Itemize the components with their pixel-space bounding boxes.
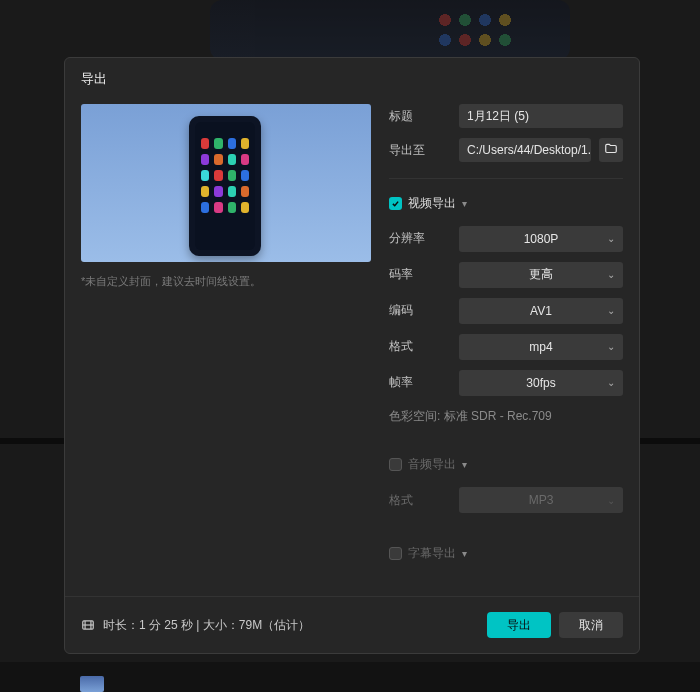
title-label: 标题 bbox=[389, 108, 451, 125]
format-value: mp4 bbox=[529, 340, 552, 354]
cover-hint-text: *未自定义封面，建议去时间线设置。 bbox=[81, 274, 371, 289]
bitrate-label: 码率 bbox=[389, 266, 451, 283]
export-path-row: 导出至 C:/Users/44/Desktop/1... bbox=[389, 138, 623, 162]
chevron-down-icon: ⌄ bbox=[607, 233, 615, 244]
dialog-body: *未自定义封面，建议去时间线设置。 标题 1月12日 (5) 导出至 C:/Us… bbox=[65, 92, 639, 596]
audio-format-row: 格式 MP3 ⌄ bbox=[389, 487, 623, 513]
resolution-label: 分辨率 bbox=[389, 230, 451, 247]
export-dialog: 导出 *未自定义封面，建议去时间线设置。 标题 1月12日 (5) 导出至 C:… bbox=[64, 57, 640, 654]
video-preview[interactable] bbox=[81, 104, 371, 262]
chevron-down-icon: ⌄ bbox=[607, 269, 615, 280]
colorspace-info: 色彩空间: 标准 SDR - Rec.709 bbox=[389, 406, 623, 425]
export-button[interactable]: 导出 bbox=[487, 612, 551, 638]
duration-label: 时长： bbox=[103, 618, 139, 632]
resolution-select[interactable]: 1080P ⌄ bbox=[459, 226, 623, 252]
footer-separator: | bbox=[193, 618, 203, 632]
chevron-down-icon: ▾ bbox=[462, 198, 467, 209]
audio-format-select: MP3 ⌄ bbox=[459, 487, 623, 513]
background-preview bbox=[210, 0, 570, 60]
export-path-label: 导出至 bbox=[389, 142, 451, 159]
title-input[interactable]: 1月12日 (5) bbox=[459, 104, 623, 128]
preview-phone-graphic bbox=[189, 116, 261, 256]
subtitle-export-section-header[interactable]: 字幕导出 ▾ bbox=[389, 541, 623, 566]
subtitle-placeholder bbox=[389, 576, 623, 596]
format-label: 格式 bbox=[389, 338, 451, 355]
size-label: 大小： bbox=[203, 618, 239, 632]
folder-icon bbox=[604, 142, 618, 159]
divider bbox=[389, 178, 623, 179]
codec-select[interactable]: AV1 ⌄ bbox=[459, 298, 623, 324]
timeline-thumbnail bbox=[80, 676, 104, 692]
fps-value: 30fps bbox=[526, 376, 555, 390]
bitrate-row: 码率 更高 ⌄ bbox=[389, 262, 623, 288]
chevron-down-icon: ⌄ bbox=[607, 305, 615, 316]
colorspace-label: 色彩空间: bbox=[389, 409, 440, 423]
settings-column: 标题 1月12日 (5) 导出至 C:/Users/44/Desktop/1..… bbox=[389, 104, 623, 596]
chevron-down-icon: ▾ bbox=[462, 459, 467, 470]
video-export-checkbox[interactable] bbox=[389, 197, 402, 210]
dialog-footer: 时长：1 分 25 秒 | 大小：79M（估计） 导出 取消 bbox=[65, 596, 639, 653]
subtitle-export-title: 字幕导出 bbox=[408, 545, 456, 562]
bitrate-select[interactable]: 更高 ⌄ bbox=[459, 262, 623, 288]
chevron-down-icon: ⌄ bbox=[607, 341, 615, 352]
audio-export-title: 音频导出 bbox=[408, 456, 456, 473]
audio-export-checkbox[interactable] bbox=[389, 458, 402, 471]
video-export-title: 视频导出 bbox=[408, 195, 456, 212]
format-select[interactable]: mp4 ⌄ bbox=[459, 334, 623, 360]
codec-label: 编码 bbox=[389, 302, 451, 319]
resolution-value: 1080P bbox=[524, 232, 559, 246]
chevron-down-icon: ⌄ bbox=[607, 495, 615, 506]
audio-format-value: MP3 bbox=[529, 493, 554, 507]
preview-column: *未自定义封面，建议去时间线设置。 bbox=[81, 104, 371, 596]
fps-row: 帧率 30fps ⌄ bbox=[389, 370, 623, 396]
audio-export-section-header[interactable]: 音频导出 ▾ bbox=[389, 452, 623, 477]
chevron-down-icon: ▾ bbox=[462, 548, 467, 559]
cancel-button[interactable]: 取消 bbox=[559, 612, 623, 638]
fps-select[interactable]: 30fps ⌄ bbox=[459, 370, 623, 396]
duration-value: 1 分 25 秒 bbox=[139, 618, 193, 632]
bitrate-value: 更高 bbox=[529, 266, 553, 283]
codec-row: 编码 AV1 ⌄ bbox=[389, 298, 623, 324]
audio-format-label: 格式 bbox=[389, 492, 451, 509]
colorspace-value: 标准 SDR - Rec.709 bbox=[444, 409, 552, 423]
resolution-row: 分辨率 1080P ⌄ bbox=[389, 226, 623, 252]
dialog-title: 导出 bbox=[65, 58, 639, 92]
chevron-down-icon: ⌄ bbox=[607, 377, 615, 388]
format-row: 格式 mp4 ⌄ bbox=[389, 334, 623, 360]
export-path-input[interactable]: C:/Users/44/Desktop/1... bbox=[459, 138, 591, 162]
fps-label: 帧率 bbox=[389, 374, 451, 391]
video-export-section-header[interactable]: 视频导出 ▾ bbox=[389, 191, 623, 216]
title-row: 标题 1月12日 (5) bbox=[389, 104, 623, 128]
film-icon bbox=[81, 618, 95, 632]
subtitle-export-checkbox[interactable] bbox=[389, 547, 402, 560]
size-value: 79M（估计） bbox=[239, 618, 310, 632]
footer-info: 时长：1 分 25 秒 | 大小：79M（估计） bbox=[103, 617, 310, 634]
background-timeline bbox=[0, 662, 700, 692]
codec-value: AV1 bbox=[530, 304, 552, 318]
browse-folder-button[interactable] bbox=[599, 138, 623, 162]
